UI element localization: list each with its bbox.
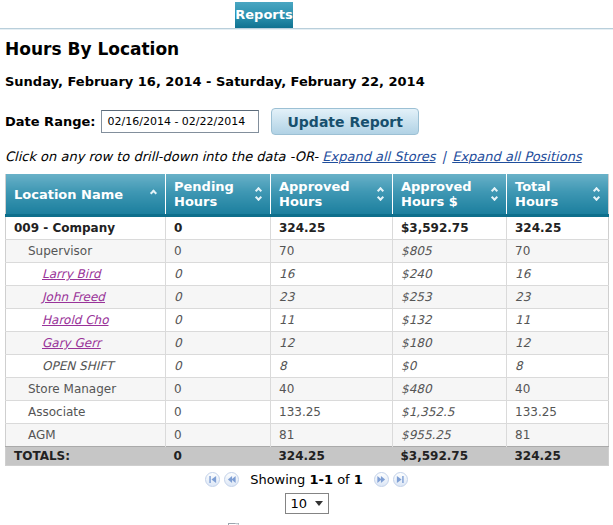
totals-approved-hours-dollars: $3,592.75 [393, 447, 507, 466]
top-tab-bar: Reports [0, 0, 613, 28]
cell-pending-hours: 0 [166, 263, 271, 286]
cell-approved-hours-dollars: $955.25 [393, 424, 507, 447]
cell-total-hours: 324.25 [507, 216, 609, 240]
column-header-pending-hours[interactable]: Pending Hours [166, 174, 271, 216]
employee-link[interactable]: Harold Cho [42, 313, 108, 327]
cell-pending-hours: 0 [166, 355, 271, 378]
sort-asc-icon [151, 191, 156, 198]
row-location-name: AGM [28, 428, 56, 442]
prev-page-button[interactable] [224, 472, 239, 487]
cell-approved-hours: 40 [271, 378, 393, 401]
cell-approved-hours-dollars: $1,352.5 [393, 401, 507, 424]
table-row[interactable]: 009 - Company 0 324.25 $3,592.75 324.25 [6, 216, 609, 240]
tab-reports[interactable]: Reports [235, 2, 293, 28]
link-separator: | [442, 149, 446, 164]
column-header-approved-hours-dollars[interactable]: Approved Hours $ [393, 174, 507, 216]
row-location-name: Store Manager [28, 382, 116, 396]
cell-total-hours: 8 [507, 355, 609, 378]
cell-pending-hours: 0 [166, 216, 271, 240]
column-label: Location Name [14, 187, 123, 202]
employee-link[interactable]: Larry Bird [42, 267, 101, 281]
sort-both-icon [594, 188, 599, 200]
employee-link[interactable]: Gary Gerr [42, 336, 101, 350]
cell-approved-hours-dollars: $0 [393, 355, 507, 378]
table-row[interactable]: AGM 0 81 $955.25 81 [6, 424, 609, 447]
table-body: 009 - Company 0 324.25 $3,592.75 324.25 … [6, 216, 609, 447]
cell-approved-hours-dollars: $3,592.75 [393, 216, 507, 240]
cell-total-hours: 11 [507, 309, 609, 332]
cell-approved-hours: 324.25 [271, 216, 393, 240]
column-header-total-hours[interactable]: Total Hours [507, 174, 609, 216]
cell-approved-hours-dollars: $480 [393, 378, 507, 401]
table-row[interactable]: Store Manager 0 40 $480 40 [6, 378, 609, 401]
cell-approved-hours: 8 [271, 355, 393, 378]
row-location-name: Associate [28, 405, 85, 419]
row-location-name: 009 - Company [14, 221, 115, 235]
cell-approved-hours: 23 [271, 286, 393, 309]
next-page-icon [377, 475, 386, 484]
cell-approved-hours: 12 [271, 332, 393, 355]
table-header-row: Location Name Pending Hours Approved Hou… [6, 174, 609, 216]
date-range-controls: Date Range: Update Report [5, 108, 613, 135]
date-range-input[interactable] [101, 110, 259, 133]
cell-total-hours: 133.25 [507, 401, 609, 424]
table-row[interactable]: Larry Bird 0 16 $240 16 [6, 263, 609, 286]
first-page-icon [208, 475, 217, 484]
cell-total-hours: 16 [507, 263, 609, 286]
column-header-approved-hours[interactable]: Approved Hours [271, 174, 393, 216]
pagination-bar: Showing 1-1 of 1 [0, 472, 613, 487]
row-location-name: OPEN SHIFT [42, 359, 113, 373]
cell-total-hours: 23 [507, 286, 609, 309]
hours-by-location-table: Location Name Pending Hours Approved Hou… [5, 174, 609, 466]
employee-link[interactable]: John Freed [42, 290, 105, 304]
cell-approved-hours-dollars: $180 [393, 332, 507, 355]
table-row[interactable]: Gary Gerr 0 12 $180 12 [6, 332, 609, 355]
last-page-icon [396, 475, 405, 484]
first-page-button[interactable] [205, 472, 220, 487]
column-label: Total Hours [515, 179, 558, 209]
cell-approved-hours: 133.25 [271, 401, 393, 424]
cell-approved-hours-dollars: $253 [393, 286, 507, 309]
drilldown-hint-text: Click on any row to drill-down into the … [5, 149, 318, 164]
table-row[interactable]: Harold Cho 0 11 $132 11 [6, 309, 609, 332]
sort-both-icon [256, 188, 261, 200]
column-header-location-name[interactable]: Location Name [6, 174, 166, 216]
table-row[interactable]: Supervisor 0 70 $805 70 [6, 240, 609, 263]
page-size-value: 10 [291, 496, 308, 511]
column-label: Approved Hours $ [401, 179, 472, 209]
cell-approved-hours: 16 [271, 263, 393, 286]
pagination-status: Showing 1-1 of 1 [250, 472, 363, 487]
update-report-button[interactable]: Update Report [271, 108, 418, 135]
header-divider [0, 28, 613, 30]
date-range-label: Date Range: [5, 114, 95, 129]
totals-label: TOTALS: [6, 447, 166, 466]
report-date-range-text: Sunday, February 16, 2014 - Saturday, Fe… [5, 74, 613, 89]
table-row[interactable]: John Freed 0 23 $253 23 [6, 286, 609, 309]
column-label: Pending Hours [174, 179, 234, 209]
totals-pending-hours: 0 [166, 447, 271, 466]
cell-approved-hours-dollars: $132 [393, 309, 507, 332]
column-label: Approved Hours [279, 179, 350, 209]
cell-approved-hours: 70 [271, 240, 393, 263]
cell-pending-hours: 0 [166, 424, 271, 447]
cell-pending-hours: 0 [166, 378, 271, 401]
row-location-name: Supervisor [28, 244, 92, 258]
cell-pending-hours: 0 [166, 309, 271, 332]
expand-all-stores-link[interactable]: Expand all Stores [322, 149, 435, 164]
cell-approved-hours-dollars: $805 [393, 240, 507, 263]
table-row[interactable]: OPEN SHIFT 0 8 $0 8 [6, 355, 609, 378]
totals-total-hours: 324.25 [507, 447, 609, 466]
last-page-button[interactable] [393, 472, 408, 487]
cell-approved-hours: 11 [271, 309, 393, 332]
next-page-button[interactable] [374, 472, 389, 487]
cell-total-hours: 12 [507, 332, 609, 355]
page-size-select[interactable]: 10 [285, 493, 329, 514]
table-row[interactable]: Associate 0 133.25 $1,352.5 133.25 [6, 401, 609, 424]
cell-pending-hours: 0 [166, 401, 271, 424]
cell-total-hours: 81 [507, 424, 609, 447]
cell-approved-hours: 81 [271, 424, 393, 447]
totals-approved-hours: 324.25 [271, 447, 393, 466]
cell-pending-hours: 0 [166, 240, 271, 263]
expand-all-positions-link[interactable]: Expand all Positions [452, 149, 581, 164]
cell-approved-hours-dollars: $240 [393, 263, 507, 286]
